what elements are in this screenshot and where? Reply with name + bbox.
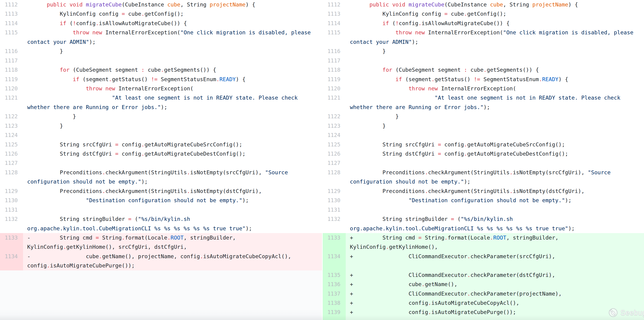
line-number[interactable]: 1125 (323, 140, 346, 149)
line-number[interactable]: 1114 (323, 19, 346, 28)
diff-marker (27, 216, 34, 222)
line-number (323, 103, 346, 112)
diff-row: whether there are Running or Error jobs.… (323, 103, 644, 112)
line-number[interactable]: 1127 (0, 158, 23, 168)
diff-filler-row (323, 317, 644, 320)
line-number[interactable]: 1116 (0, 47, 23, 56)
code-line: + config.isAutoMigrateCubeCopyAcl(), (346, 298, 644, 307)
diff-row: config.isAutoMigrateCubePurge()); (0, 261, 322, 270)
diff-marker: + (350, 272, 356, 278)
line-number[interactable]: 1112 (0, 0, 23, 9)
line-number[interactable]: 1128 (0, 168, 23, 177)
line-number[interactable]: 1133 (323, 233, 346, 242)
diff-row: 1128 Preconditions.checkArgument(StringU… (323, 168, 644, 177)
code-line: if (segment.getStatus() != SegmentStatus… (346, 75, 644, 84)
line-number[interactable]: 1119 (323, 75, 346, 84)
diff-row: 1116 } (323, 47, 644, 56)
diff-row: 1136+ cube.getName(), (323, 280, 644, 289)
line-number[interactable]: 1118 (0, 65, 23, 75)
diff-marker (27, 76, 34, 83)
code-line: String dstCfgUri = config.getAutoMigrate… (23, 149, 322, 158)
line-number[interactable]: 1123 (0, 121, 23, 131)
line-number[interactable]: 1131 (323, 205, 346, 214)
line-number[interactable]: 1136 (323, 280, 346, 289)
line-number[interactable]: 1115 (0, 28, 23, 37)
line-number[interactable]: 1124 (323, 131, 346, 140)
diff-row: 1130 "Destination configuration should n… (0, 196, 322, 205)
line-number[interactable]: 1137 (323, 289, 346, 298)
line-number[interactable]: 1133 (0, 233, 23, 242)
diff-row: 1115 throw new InternalErrorException("O… (0, 28, 322, 37)
diff-row: 1118 for (CubeSegment segment : cube.get… (323, 65, 644, 75)
line-number[interactable]: 1135 (323, 270, 346, 280)
diff-marker: + (350, 234, 356, 241)
code-line: - String cmd = String.format(Locale.ROOT… (23, 233, 322, 242)
diff-row: 1126 String dstCfgUri = config.getAutoMi… (323, 149, 644, 158)
line-number[interactable]: 1113 (323, 9, 346, 19)
line-number[interactable]: 1125 (0, 140, 23, 149)
diff-marker (350, 67, 356, 73)
code-line: org.apache.kylin.tool.CubeMigrationCLI %… (23, 224, 322, 233)
line-number[interactable]: 1129 (323, 186, 346, 196)
diff-row: 1122 } (0, 112, 322, 121)
line-number[interactable]: 1129 (0, 186, 23, 196)
line-number[interactable]: 1113 (0, 9, 23, 19)
line-number (323, 177, 346, 186)
line-number[interactable]: 1112 (323, 0, 346, 9)
line-number[interactable]: 1131 (0, 205, 23, 214)
diff-row: 1119 if (segment.getStatus() != SegmentS… (0, 75, 322, 84)
line-number[interactable]: 1134 (0, 252, 23, 261)
line-number[interactable]: 1120 (323, 84, 346, 93)
diff-row: 1117 (0, 56, 322, 65)
diff-marker (350, 207, 356, 213)
diff-row: 1133+ String cmd = String.format(Locale.… (323, 233, 644, 242)
line-number[interactable]: 1121 (0, 93, 23, 102)
diff-marker (350, 95, 356, 101)
diff-marker (27, 188, 34, 194)
line-number (0, 261, 23, 270)
diff-marker (27, 169, 34, 176)
code-line: } (23, 121, 322, 131)
line-number[interactable]: 1117 (323, 56, 346, 65)
code-line: "At least one segment is not in READY st… (23, 93, 322, 102)
code-line: KylinConfig.getKylinHome(), srcCfgUri, d… (23, 242, 322, 251)
line-number[interactable]: 1114 (0, 19, 23, 28)
diff-rows-old: 1112 public void migrateCube(CubeInstanc… (0, 0, 322, 270)
line-number[interactable]: 1120 (0, 84, 23, 93)
line-number[interactable]: 1130 (323, 196, 346, 205)
line-number[interactable]: 1115 (323, 28, 346, 37)
diff-marker (350, 76, 356, 83)
diff-row: 1115 throw new InternalErrorException("O… (323, 28, 644, 37)
diff-pane-new: 1112 public void migrateCube(CubeInstanc… (322, 0, 644, 320)
code-line: String stringBuilder = ("%s/bin/kylin.sh (23, 214, 322, 224)
line-number[interactable]: 1126 (323, 149, 346, 158)
line-number[interactable]: 1127 (323, 158, 346, 168)
line-number[interactable]: 1139 (323, 307, 346, 317)
code-line: configuration should not be empty."); (23, 177, 322, 186)
line-number[interactable]: 1123 (323, 121, 346, 131)
line-number[interactable]: 1122 (323, 112, 346, 121)
line-number[interactable]: 1119 (0, 75, 23, 84)
line-number[interactable]: 1121 (323, 93, 346, 102)
line-number[interactable]: 1134 (323, 252, 346, 261)
code-line: } (23, 47, 322, 56)
line-number[interactable]: 1118 (323, 65, 346, 75)
diff-marker (350, 197, 356, 204)
code-line: contact your ADMIN"); (346, 37, 644, 47)
line-number[interactable]: 1117 (0, 56, 23, 65)
diff-marker: + (350, 253, 356, 260)
line-number[interactable]: 1138 (323, 298, 346, 307)
line-number[interactable]: 1116 (323, 47, 346, 56)
line-number[interactable]: 1122 (0, 112, 23, 121)
line-number[interactable]: 1126 (0, 149, 23, 158)
diff-row: 1119 if (segment.getStatus() != SegmentS… (323, 75, 644, 84)
line-number[interactable]: 1132 (323, 214, 346, 224)
line-number (0, 242, 23, 251)
line-number[interactable]: 1124 (0, 131, 23, 140)
diff-row: 1135+ CliCommandExecutor.checkParameter(… (323, 270, 644, 280)
line-number[interactable]: 1132 (0, 214, 23, 224)
line-number[interactable]: 1130 (0, 196, 23, 205)
diff-row: contact your ADMIN"); (0, 37, 322, 47)
line-number[interactable]: 1128 (323, 168, 346, 177)
code-line: + CliCommandExecutor.checkParameter(proj… (346, 289, 644, 298)
